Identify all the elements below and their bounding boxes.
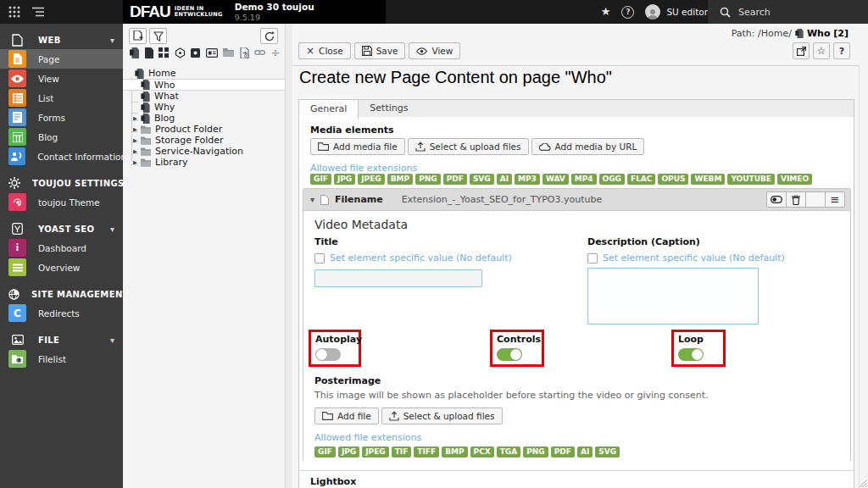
pagetree-toggle-icon[interactable]	[32, 7, 44, 17]
expand-icon[interactable]: ▶	[133, 115, 141, 122]
drag-divider-icon[interactable]: ÷	[271, 47, 281, 59]
tree-content-splitter[interactable]	[286, 24, 292, 488]
site-name: Demo 30 toujou	[235, 3, 314, 12]
tree-row-product-folder[interactable]: ▶ Product Folder	[123, 124, 285, 135]
expand-icon[interactable]: ▶	[133, 126, 141, 133]
sidebar-section-file[interactable]: FILE ▾	[0, 330, 123, 349]
autoplay-toggle[interactable]	[315, 348, 341, 361]
bookmark-button[interactable]: ☆	[813, 42, 830, 59]
chevron-down-icon: ▾	[110, 336, 114, 345]
description-override-checkbox[interactable]	[587, 253, 598, 263]
folder-icon	[318, 142, 329, 151]
file-icon	[320, 195, 329, 205]
tree-row-who[interactable]: Who	[123, 79, 285, 91]
close-icon: ×	[306, 47, 314, 55]
record-header[interactable]: ▾ Filename Extension_-_Yoast_SEO_for_TYP…	[303, 189, 850, 210]
add-media-file-button[interactable]: Add media file	[310, 138, 405, 155]
tree-row-storage-folder[interactable]: ▶ Storage Folder	[123, 135, 285, 146]
tree-row-what[interactable]: What	[123, 91, 285, 102]
sidebar-item-blog[interactable]: Blog	[0, 127, 123, 147]
tree-row-blog[interactable]: ▶ Blog	[123, 113, 285, 124]
search-bar[interactable]: Search	[708, 0, 868, 24]
resize-grip[interactable]	[860, 480, 867, 487]
controls-toggle[interactable]	[497, 348, 522, 361]
poster-select-upload-files-button[interactable]: Select & upload files	[381, 408, 503, 424]
delete-button[interactable]	[786, 191, 806, 208]
docheader-help-button[interactable]: ?	[833, 42, 850, 59]
bookmark-star-icon[interactable]: ★	[601, 0, 611, 24]
extension-badge: PNG	[523, 446, 548, 458]
image-icon	[8, 335, 26, 345]
drag-page-icon[interactable]	[145, 47, 153, 58]
drag-textmedia-icon[interactable]	[206, 48, 218, 58]
expand-icon[interactable]: ▶	[133, 148, 141, 155]
page-module-icon	[8, 50, 26, 68]
drag-recycler-icon[interactable]	[240, 47, 249, 58]
tree-row-why[interactable]: Why	[123, 102, 285, 113]
annotation-box-controls: Controls	[490, 330, 544, 367]
drag-folder-icon[interactable]	[223, 48, 234, 57]
tab-general[interactable]: General	[298, 99, 359, 119]
yoast-icon	[8, 223, 26, 235]
drag-grid-icon[interactable]	[159, 47, 169, 58]
add-media-by-url-button[interactable]: Add media by URL	[531, 138, 645, 155]
title-override-checkbox[interactable]	[314, 253, 325, 263]
search-icon	[720, 7, 731, 18]
sidebar-section-toujou-settings[interactable]: TOUJOU SETTINGS ▾	[0, 174, 123, 192]
sidebar-item-page[interactable]: Page	[0, 49, 123, 69]
module-menu-icon[interactable]	[8, 6, 20, 18]
tree-row-home[interactable]: Home	[123, 68, 285, 79]
help-icon[interactable]: ?	[621, 6, 634, 19]
drag-standard-page-icon[interactable]	[130, 47, 139, 58]
drag-link-icon[interactable]	[254, 48, 265, 57]
new-page-button[interactable]	[129, 28, 147, 44]
sidebar-section-site-management[interactable]: SITE MANAGEMENT ▾	[0, 285, 123, 303]
close-button[interactable]: ×Close	[298, 42, 351, 59]
annotation-box-loop: Loop	[671, 330, 726, 367]
sidebar-item-dashboard[interactable]: i Dashboard	[0, 238, 123, 258]
visibility-toggle-icon	[771, 196, 782, 203]
filter-icon[interactable]	[149, 28, 167, 44]
loop-toggle[interactable]	[678, 348, 704, 361]
extension-badge: GIF	[310, 174, 331, 185]
expand-icon[interactable]: ▶	[133, 159, 141, 166]
drag-handle[interactable]: ≡	[825, 191, 845, 208]
user-menu[interactable]: SU editor	[645, 4, 708, 19]
select-upload-files-button[interactable]: Select & upload files	[408, 138, 529, 155]
collapse-icon[interactable]: ▾	[310, 195, 314, 204]
sidebar-item-forms[interactable]: Forms	[0, 108, 123, 127]
title-input[interactable]	[314, 269, 482, 287]
page-icon	[141, 114, 150, 124]
tree-row-service-navigation[interactable]: ▶ Service-Navigation	[123, 146, 285, 157]
extension-badge: SVG	[470, 174, 494, 185]
add-file-button[interactable]: Add file	[314, 408, 379, 424]
expand-icon[interactable]: ▶	[133, 137, 141, 144]
sidebar-item-redirects[interactable]: C Redirects	[0, 303, 123, 323]
sidebar-item-list[interactable]: List	[0, 88, 123, 108]
poster-allowed-file-extensions-link[interactable]: Allowed file extensions	[314, 432, 709, 443]
list-module-icon	[8, 89, 26, 107]
sidebar-item-contact-information[interactable]: Contact Information	[0, 147, 123, 166]
enable-disable-button[interactable]	[766, 191, 787, 208]
sidebar-item-overview[interactable]: Overview	[0, 258, 123, 277]
allowed-file-extensions-link[interactable]: Allowed file extensions	[310, 163, 417, 174]
extension-badge: BMP	[387, 174, 413, 185]
upload-icon	[415, 141, 426, 152]
sidebar-item-view[interactable]: View	[0, 69, 123, 88]
description-textarea[interactable]	[587, 268, 759, 324]
drag-shortcut-icon[interactable]	[175, 47, 186, 58]
sidebar-section-web[interactable]: WEB ▾	[0, 30, 123, 49]
save-button[interactable]: Save	[354, 42, 406, 59]
open-new-window-button[interactable]	[793, 42, 810, 59]
sidebar-item-filelist[interactable]: Filelist	[0, 349, 123, 369]
tab-settings[interactable]: Settings	[359, 100, 419, 117]
module-sidebar: WEB ▾ Page View List Forms Blog	[0, 24, 123, 488]
scrollbar-track[interactable]	[859, 66, 868, 488]
sidebar-item-toujou-theme[interactable]: toujou Theme	[0, 192, 123, 212]
sidebar-section-yoast-seo[interactable]: YOAST SEO ▾	[0, 219, 123, 238]
drag-plugin-icon[interactable]	[191, 48, 200, 58]
view-button[interactable]: View	[409, 42, 460, 59]
chevron-down-icon: ▾	[110, 225, 114, 234]
refresh-icon[interactable]	[260, 28, 278, 44]
tree-row-library[interactable]: ▶ Library	[123, 157, 285, 168]
